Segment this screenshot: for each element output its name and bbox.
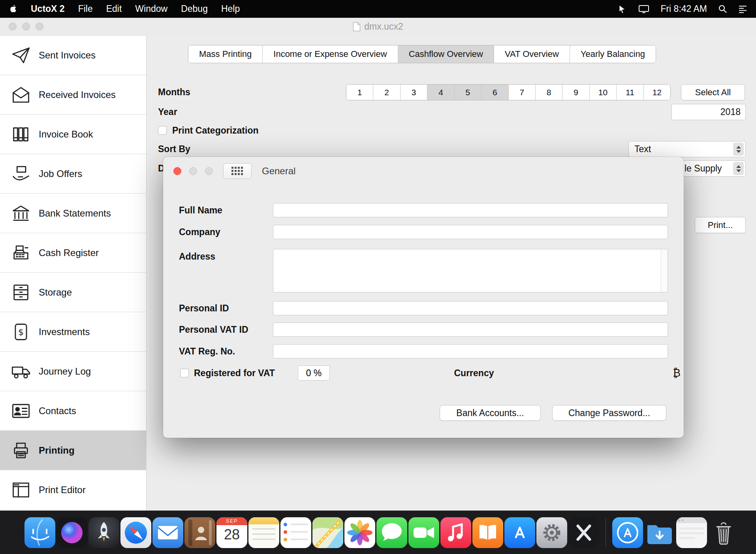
facetime-icon[interactable] bbox=[408, 517, 439, 548]
window-title: dmx.ucx2 bbox=[364, 21, 403, 32]
sidebar-item-invoice-book[interactable]: Invoice Book bbox=[0, 115, 146, 154]
toolbar-grid-button[interactable] bbox=[223, 163, 252, 179]
menu-edit[interactable]: Edit bbox=[106, 4, 122, 14]
sidebar-item-investments[interactable]: $ Investments bbox=[0, 312, 146, 352]
month-2[interactable]: 2 bbox=[373, 85, 400, 100]
sidebar-item-received-invoices[interactable]: Received Invoices bbox=[0, 75, 146, 115]
downloads-folder-icon[interactable] bbox=[644, 517, 675, 548]
registered-for-vat-checkbox[interactable] bbox=[180, 369, 189, 377]
system-preferences-icon[interactable] bbox=[536, 517, 567, 548]
month-9[interactable]: 9 bbox=[562, 85, 589, 100]
full-name-input[interactable] bbox=[273, 203, 668, 217]
sidebar-item-journey-log[interactable]: Journey Log bbox=[0, 352, 146, 391]
bank-accounts-button[interactable]: Bank Accounts... bbox=[440, 405, 541, 421]
chevron-updown-icon bbox=[733, 162, 744, 175]
month-3[interactable]: 3 bbox=[400, 85, 427, 100]
change-password-button[interactable]: Change Password... bbox=[552, 405, 666, 421]
sidebar-item-storage[interactable]: Storage bbox=[0, 273, 146, 312]
list-icon[interactable] bbox=[738, 4, 747, 13]
contacts-icon[interactable] bbox=[184, 517, 215, 548]
tab-cashflow-overview[interactable]: Cashflow Overview bbox=[398, 45, 494, 63]
sidebar-item-job-offers[interactable]: Job Offers bbox=[0, 154, 146, 194]
photos-icon[interactable] bbox=[344, 517, 375, 548]
menu-file[interactable]: File bbox=[78, 4, 93, 14]
select-all-button[interactable]: Select All bbox=[681, 84, 745, 100]
bank-icon bbox=[9, 203, 33, 224]
sidebar-item-contacts[interactable]: Contacts bbox=[0, 391, 146, 431]
sidebar-item-cash-register[interactable]: Cash Register bbox=[0, 233, 146, 273]
app-store-icon[interactable] bbox=[504, 517, 535, 548]
contact-card-icon bbox=[9, 401, 33, 421]
menu-help[interactable]: Help bbox=[221, 4, 240, 14]
apple-icon[interactable] bbox=[9, 4, 17, 14]
company-input[interactable] bbox=[273, 225, 668, 239]
calendar-icon[interactable]: SEP 28 bbox=[216, 517, 247, 548]
messages-icon[interactable] bbox=[376, 517, 407, 548]
sort-by-label: Sort By bbox=[158, 144, 190, 155]
menu-bar: UctoX 2 File Edit Window Debug Help Fri … bbox=[0, 0, 756, 18]
menu-window[interactable]: Window bbox=[135, 4, 167, 14]
finder-icon[interactable] bbox=[24, 517, 55, 548]
month-12[interactable]: 12 bbox=[643, 85, 670, 100]
display-icon[interactable] bbox=[638, 4, 649, 14]
dialog-minimize-button[interactable] bbox=[189, 167, 197, 175]
month-8[interactable]: 8 bbox=[535, 85, 562, 100]
tab-mass-printing[interactable]: Mass Printing bbox=[188, 45, 262, 63]
month-10[interactable]: 10 bbox=[589, 85, 616, 100]
personal-id-input[interactable] bbox=[273, 301, 668, 315]
window-title-bar[interactable]: dmx.ucx2 bbox=[0, 18, 756, 35]
bitcoin-currency-symbol[interactable]: ₿ bbox=[673, 367, 681, 379]
siri-icon[interactable] bbox=[56, 517, 87, 548]
sidebar-item-print-editor[interactable]: Print Editor bbox=[0, 470, 146, 510]
mail-icon[interactable] bbox=[152, 517, 183, 548]
tab-yearly-balancing[interactable]: Yearly Balancing bbox=[570, 45, 656, 63]
month-selector: 1 2 3 4 5 6 7 8 9 10 11 12 bbox=[346, 84, 671, 100]
tab-vat-overview[interactable]: VAT Overview bbox=[494, 45, 570, 63]
sidebar-item-sent-invoices[interactable]: Sent Invoices bbox=[0, 36, 146, 75]
dock: SEP 28 bbox=[0, 511, 756, 554]
app-store-alt-icon[interactable] bbox=[612, 517, 643, 548]
print-categorization-label: Print Categorization bbox=[172, 125, 259, 136]
sidebar-item-printing[interactable]: Printing bbox=[0, 431, 146, 470]
address-textarea[interactable] bbox=[273, 249, 668, 292]
maps-icon[interactable] bbox=[312, 517, 343, 548]
month-1[interactable]: 1 bbox=[346, 85, 373, 100]
month-5[interactable]: 5 bbox=[454, 85, 481, 100]
launchpad-icon[interactable] bbox=[88, 517, 119, 548]
sort-by-dropdown[interactable]: Text bbox=[628, 141, 746, 157]
document-icon bbox=[353, 22, 361, 32]
dialog-title: General bbox=[262, 166, 295, 177]
sidebar-item-bank-statements[interactable]: Bank Statements bbox=[0, 194, 146, 233]
dialog-close-button[interactable] bbox=[173, 167, 181, 175]
menu-clock[interactable]: Fri 8:42 AM bbox=[660, 4, 707, 14]
trash-icon[interactable] bbox=[708, 517, 739, 548]
month-11[interactable]: 11 bbox=[616, 85, 643, 100]
print-button[interactable]: Print... bbox=[695, 217, 746, 233]
safari-icon[interactable] bbox=[120, 517, 151, 548]
books-icon[interactable] bbox=[472, 517, 503, 548]
personal-vat-id-input[interactable] bbox=[273, 322, 668, 337]
month-7[interactable]: 7 bbox=[508, 85, 535, 100]
open-envelope-icon bbox=[9, 85, 33, 105]
year-label: Year bbox=[158, 107, 177, 117]
tab-income-expense-overview[interactable]: Income or Expense Overview bbox=[262, 45, 397, 63]
reminders-icon[interactable] bbox=[280, 517, 311, 548]
search-icon[interactable] bbox=[718, 4, 727, 13]
personal-vat-id-label: Personal VAT ID bbox=[179, 324, 273, 335]
notes-icon[interactable] bbox=[248, 517, 279, 548]
address-label: Address bbox=[179, 249, 273, 262]
month-6[interactable]: 6 bbox=[481, 85, 508, 100]
dialog-zoom-button[interactable] bbox=[205, 167, 213, 175]
vat-percent-input[interactable]: 0 % bbox=[298, 366, 330, 381]
month-4[interactable]: 4 bbox=[427, 85, 454, 100]
supply-dropdown[interactable]: le Supply bbox=[679, 160, 746, 177]
scrollbar-track[interactable] bbox=[661, 250, 667, 292]
print-categorization-checkbox[interactable] bbox=[158, 126, 167, 135]
menu-app-name[interactable]: UctoX 2 bbox=[31, 4, 65, 14]
menu-debug[interactable]: Debug bbox=[181, 4, 208, 14]
vat-reg-no-input[interactable] bbox=[273, 344, 668, 358]
music-icon[interactable] bbox=[440, 517, 471, 548]
year-input[interactable]: 2018 bbox=[671, 104, 746, 120]
x-app-icon[interactable] bbox=[568, 517, 599, 548]
minimized-window-icon[interactable] bbox=[676, 517, 707, 548]
